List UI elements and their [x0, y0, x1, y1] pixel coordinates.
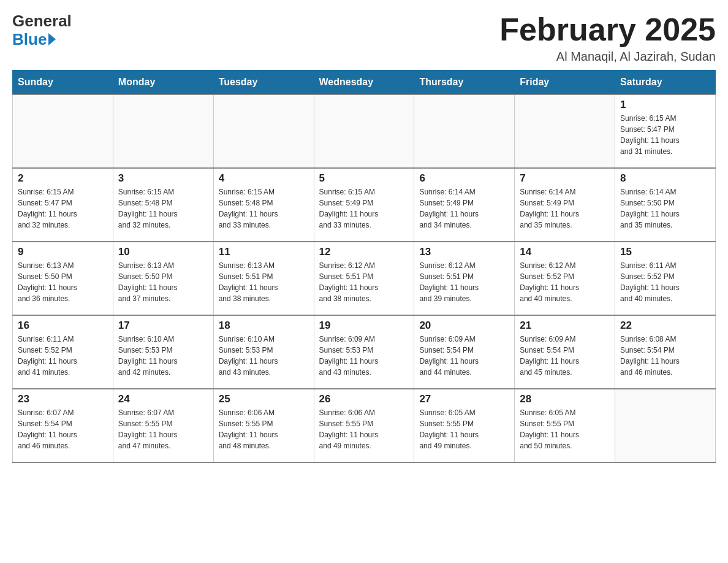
calendar-cell: 13Sunrise: 6:12 AM Sunset: 5:51 PM Dayli…: [414, 242, 515, 315]
logo-blue-text: Blue: [12, 30, 56, 49]
day-info: Sunrise: 6:14 AM Sunset: 5:50 PM Dayligh…: [620, 186, 710, 231]
day-info: Sunrise: 6:05 AM Sunset: 5:55 PM Dayligh…: [419, 407, 509, 451]
month-title: February 2025: [499, 12, 716, 47]
day-number: 11: [219, 246, 309, 258]
calendar-header-row: SundayMondayTuesdayWednesdayThursdayFrid…: [13, 71, 716, 95]
day-of-week-header: Thursday: [414, 71, 515, 95]
day-of-week-header: Wednesday: [314, 71, 414, 95]
day-number: 22: [620, 320, 710, 332]
day-info: Sunrise: 6:12 AM Sunset: 5:51 PM Dayligh…: [419, 260, 509, 304]
logo-general-text: General: [12, 12, 72, 30]
day-info: Sunrise: 6:08 AM Sunset: 5:54 PM Dayligh…: [620, 334, 710, 378]
day-of-week-header: Tuesday: [213, 71, 314, 95]
day-info: Sunrise: 6:13 AM Sunset: 5:50 PM Dayligh…: [118, 260, 208, 304]
calendar-cell: 25Sunrise: 6:06 AM Sunset: 5:55 PM Dayli…: [213, 389, 314, 462]
day-info: Sunrise: 6:06 AM Sunset: 5:55 PM Dayligh…: [319, 407, 409, 451]
day-info: Sunrise: 6:07 AM Sunset: 5:55 PM Dayligh…: [118, 407, 208, 451]
calendar-cell: 16Sunrise: 6:11 AM Sunset: 5:52 PM Dayli…: [13, 315, 113, 389]
day-number: 15: [620, 246, 710, 258]
day-number: 7: [520, 172, 610, 185]
calendar-cell: 2Sunrise: 6:15 AM Sunset: 5:47 PM Daylig…: [13, 168, 113, 242]
day-of-week-header: Saturday: [615, 71, 716, 95]
day-number: 9: [18, 246, 108, 258]
calendar-week-row: 23Sunrise: 6:07 AM Sunset: 5:54 PM Dayli…: [13, 389, 716, 462]
day-number: 8: [620, 172, 710, 185]
day-number: 18: [219, 320, 309, 332]
calendar-cell: 23Sunrise: 6:07 AM Sunset: 5:54 PM Dayli…: [13, 389, 113, 462]
day-info: Sunrise: 6:15 AM Sunset: 5:48 PM Dayligh…: [118, 186, 208, 231]
logo-triangle-icon: [48, 33, 56, 45]
day-number: 21: [520, 320, 610, 332]
day-info: Sunrise: 6:14 AM Sunset: 5:49 PM Dayligh…: [520, 186, 610, 231]
day-number: 12: [319, 246, 409, 258]
calendar-cell: 6Sunrise: 6:14 AM Sunset: 5:49 PM Daylig…: [414, 168, 515, 242]
calendar-cell: 12Sunrise: 6:12 AM Sunset: 5:51 PM Dayli…: [314, 242, 414, 315]
day-info: Sunrise: 6:14 AM Sunset: 5:49 PM Dayligh…: [419, 186, 509, 231]
calendar-cell: [113, 94, 213, 168]
day-number: 23: [18, 393, 108, 405]
day-number: 14: [520, 246, 610, 258]
day-of-week-header: Monday: [113, 71, 213, 95]
calendar-cell: 24Sunrise: 6:07 AM Sunset: 5:55 PM Dayli…: [113, 389, 213, 462]
calendar-cell: 11Sunrise: 6:13 AM Sunset: 5:51 PM Dayli…: [213, 242, 314, 315]
day-info: Sunrise: 6:05 AM Sunset: 5:55 PM Dayligh…: [520, 407, 610, 451]
day-info: Sunrise: 6:07 AM Sunset: 5:54 PM Dayligh…: [18, 407, 108, 451]
calendar-cell: 27Sunrise: 6:05 AM Sunset: 5:55 PM Dayli…: [414, 389, 515, 462]
day-of-week-header: Sunday: [13, 71, 113, 95]
day-number: 27: [419, 393, 509, 405]
day-number: 10: [118, 246, 208, 258]
calendar-cell: 22Sunrise: 6:08 AM Sunset: 5:54 PM Dayli…: [615, 315, 716, 389]
calendar-cell: [314, 94, 414, 168]
day-number: 26: [319, 393, 409, 405]
calendar-week-row: 2Sunrise: 6:15 AM Sunset: 5:47 PM Daylig…: [13, 168, 716, 242]
day-info: Sunrise: 6:13 AM Sunset: 5:51 PM Dayligh…: [219, 260, 309, 304]
calendar-cell: [13, 94, 113, 168]
day-info: Sunrise: 6:15 AM Sunset: 5:47 PM Dayligh…: [620, 113, 710, 157]
calendar-cell: 9Sunrise: 6:13 AM Sunset: 5:50 PM Daylig…: [13, 242, 113, 315]
day-number: 28: [520, 393, 610, 405]
calendar-cell: 5Sunrise: 6:15 AM Sunset: 5:49 PM Daylig…: [314, 168, 414, 242]
calendar-cell: [213, 94, 314, 168]
day-info: Sunrise: 6:15 AM Sunset: 5:48 PM Dayligh…: [219, 186, 309, 231]
day-number: 25: [219, 393, 309, 405]
day-number: 13: [419, 246, 509, 258]
calendar-cell: 7Sunrise: 6:14 AM Sunset: 5:49 PM Daylig…: [515, 168, 615, 242]
calendar-cell: 20Sunrise: 6:09 AM Sunset: 5:54 PM Dayli…: [414, 315, 515, 389]
calendar-week-row: 16Sunrise: 6:11 AM Sunset: 5:52 PM Dayli…: [13, 315, 716, 389]
day-info: Sunrise: 6:12 AM Sunset: 5:52 PM Dayligh…: [520, 260, 610, 304]
day-info: Sunrise: 6:15 AM Sunset: 5:49 PM Dayligh…: [319, 186, 409, 231]
day-number: 24: [118, 393, 208, 405]
day-info: Sunrise: 6:09 AM Sunset: 5:54 PM Dayligh…: [520, 334, 610, 378]
calendar-cell: 10Sunrise: 6:13 AM Sunset: 5:50 PM Dayli…: [113, 242, 213, 315]
calendar-cell: 14Sunrise: 6:12 AM Sunset: 5:52 PM Dayli…: [515, 242, 615, 315]
day-number: 3: [118, 172, 208, 185]
page-header: General Blue February 2025 Al Manaqil, A…: [12, 12, 716, 64]
calendar-cell: [615, 389, 716, 462]
calendar-cell: 26Sunrise: 6:06 AM Sunset: 5:55 PM Dayli…: [314, 389, 414, 462]
day-info: Sunrise: 6:12 AM Sunset: 5:51 PM Dayligh…: [319, 260, 409, 304]
calendar-cell: 28Sunrise: 6:05 AM Sunset: 5:55 PM Dayli…: [515, 389, 615, 462]
calendar-cell: 15Sunrise: 6:11 AM Sunset: 5:52 PM Dayli…: [615, 242, 716, 315]
day-info: Sunrise: 6:11 AM Sunset: 5:52 PM Dayligh…: [18, 334, 108, 378]
day-number: 6: [419, 172, 509, 185]
day-number: 2: [18, 172, 108, 185]
calendar-week-row: 1Sunrise: 6:15 AM Sunset: 5:47 PM Daylig…: [13, 94, 716, 168]
day-number: 4: [219, 172, 309, 185]
calendar-cell: 19Sunrise: 6:09 AM Sunset: 5:53 PM Dayli…: [314, 315, 414, 389]
day-info: Sunrise: 6:09 AM Sunset: 5:53 PM Dayligh…: [319, 334, 409, 378]
logo: General Blue: [12, 12, 72, 49]
day-number: 5: [319, 172, 409, 185]
calendar-cell: 8Sunrise: 6:14 AM Sunset: 5:50 PM Daylig…: [615, 168, 716, 242]
day-info: Sunrise: 6:09 AM Sunset: 5:54 PM Dayligh…: [419, 334, 509, 378]
day-info: Sunrise: 6:15 AM Sunset: 5:47 PM Dayligh…: [18, 186, 108, 231]
day-of-week-header: Friday: [515, 71, 615, 95]
day-info: Sunrise: 6:13 AM Sunset: 5:50 PM Dayligh…: [18, 260, 108, 304]
day-number: 19: [319, 320, 409, 332]
location-subtitle: Al Manaqil, Al Jazirah, Sudan: [499, 50, 716, 64]
calendar-cell: [515, 94, 615, 168]
day-number: 1: [620, 99, 710, 111]
day-info: Sunrise: 6:10 AM Sunset: 5:53 PM Dayligh…: [219, 334, 309, 378]
day-info: Sunrise: 6:11 AM Sunset: 5:52 PM Dayligh…: [620, 260, 710, 304]
calendar-cell: 17Sunrise: 6:10 AM Sunset: 5:53 PM Dayli…: [113, 315, 213, 389]
day-info: Sunrise: 6:10 AM Sunset: 5:53 PM Dayligh…: [118, 334, 208, 378]
